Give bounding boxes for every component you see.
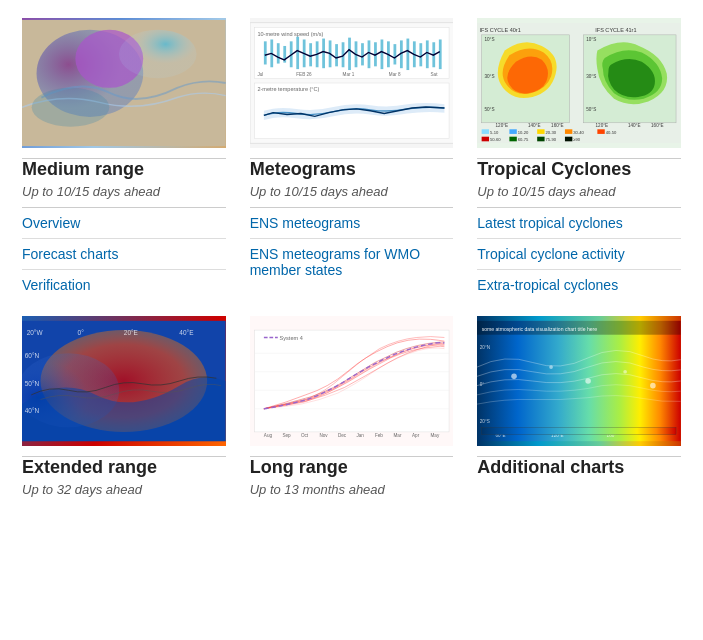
- svg-rect-15: [309, 43, 312, 66]
- link-latest-tropical-cyclones[interactable]: Latest tropical cyclones: [477, 208, 681, 239]
- svg-rect-76: [565, 137, 572, 142]
- svg-text:50°S: 50°S: [485, 107, 495, 112]
- svg-text:140°E: 140°E: [528, 123, 541, 128]
- svg-text:May: May: [430, 433, 439, 438]
- svg-rect-32: [419, 43, 422, 66]
- meteograms-svg: 10-metre wind speed (m/s): [250, 18, 454, 148]
- medium-range-svg: [22, 18, 226, 148]
- image-long-range: System 4 Aug Sep Oct: [250, 316, 454, 446]
- svg-rect-72: [510, 137, 517, 142]
- svg-rect-30: [406, 39, 409, 70]
- svg-text:20°S: 20°S: [480, 419, 490, 424]
- svg-text:30°S: 30°S: [485, 74, 495, 79]
- svg-rect-26: [380, 39, 383, 69]
- additional-svg: some atmospheric data visualization char…: [477, 316, 681, 446]
- card-title-extended-range: Extended range: [22, 457, 226, 478]
- svg-rect-66: [565, 129, 572, 134]
- svg-rect-8: [264, 41, 267, 64]
- svg-text:System 4: System 4: [279, 335, 302, 341]
- svg-text:Sep: Sep: [282, 433, 291, 438]
- link-ens-meteograms[interactable]: ENS meteograms: [250, 208, 454, 239]
- svg-text:40°E: 40°E: [179, 329, 194, 336]
- card-title-long-range: Long range: [250, 457, 454, 478]
- svg-text:IFS CYCLE 40r1: IFS CYCLE 40r1: [480, 27, 521, 33]
- svg-text:20-30: 20-30: [546, 130, 557, 135]
- svg-text:30°S: 30°S: [587, 74, 597, 79]
- card-subtitle-extended-range: Up to 32 days ahead: [22, 482, 226, 497]
- main-grid: Medium range Up to 10/15 days ahead Over…: [0, 0, 703, 523]
- svg-text:2-metre temperature (°C): 2-metre temperature (°C): [257, 86, 319, 92]
- svg-rect-23: [361, 43, 364, 65]
- svg-text:10-metre wind speed (m/s): 10-metre wind speed (m/s): [257, 31, 323, 37]
- svg-text:160°E: 160°E: [551, 123, 564, 128]
- link-ens-meteograms-wmo[interactable]: ENS meteograms for WMO member states: [250, 239, 454, 285]
- svg-text:some atmospheric data visualiz: some atmospheric data visualization char…: [482, 326, 598, 332]
- card-subtitle-long-range: Up to 13 months ahead: [250, 482, 454, 497]
- svg-text:0°: 0°: [78, 329, 85, 336]
- svg-text:10°S: 10°S: [485, 37, 495, 42]
- svg-rect-17: [322, 39, 325, 69]
- svg-text:Sat: Sat: [430, 72, 438, 77]
- svg-point-111: [586, 378, 592, 384]
- svg-text:120°E: 120°E: [496, 123, 509, 128]
- svg-text:Mar 8: Mar 8: [389, 72, 401, 77]
- image-tropical-cyclones: IFS CYCLE 40r1 IFS CYCLE 41r1 10°S 30°S …: [477, 18, 681, 148]
- link-forecast-charts[interactable]: Forecast charts: [22, 239, 226, 270]
- card-extended-range: 20°W 0° 20°E 40°E 60°N 50°N 40°N Extende…: [10, 308, 238, 513]
- svg-rect-33: [426, 40, 429, 68]
- svg-text:75-90: 75-90: [546, 137, 557, 142]
- svg-point-113: [650, 383, 656, 389]
- svg-text:Feb: Feb: [375, 433, 383, 438]
- svg-text:Aug: Aug: [264, 433, 273, 438]
- svg-text:5-10: 5-10: [490, 130, 499, 135]
- svg-text:40-50: 40-50: [606, 130, 617, 135]
- svg-point-3: [119, 30, 197, 78]
- link-extra-tropical-cyclones[interactable]: Extra-tropical cyclones: [477, 270, 681, 300]
- svg-text:20°N: 20°N: [480, 345, 490, 350]
- link-tropical-cyclone-activity[interactable]: Tropical cyclone activity: [477, 239, 681, 270]
- card-subtitle-meteograms: Up to 10/15 days ahead: [250, 184, 454, 199]
- svg-text:30-40: 30-40: [574, 130, 585, 135]
- svg-rect-70: [482, 137, 489, 142]
- long-range-svg: System 4 Aug Sep Oct: [250, 316, 454, 446]
- extended-svg: 20°W 0° 20°E 40°E 60°N 50°N 40°N: [22, 316, 226, 446]
- card-tropical-cyclones: IFS CYCLE 40r1 IFS CYCLE 41r1 10°S 30°S …: [465, 10, 693, 308]
- svg-rect-35: [439, 39, 442, 69]
- svg-text:10°S: 10°S: [587, 37, 597, 42]
- card-meteograms: 10-metre wind speed (m/s): [238, 10, 466, 308]
- svg-text:Dec: Dec: [338, 433, 347, 438]
- svg-text:Nov: Nov: [319, 433, 328, 438]
- svg-point-112: [624, 370, 628, 374]
- svg-text:40°N: 40°N: [25, 407, 40, 414]
- svg-rect-68: [598, 129, 605, 134]
- svg-text:60°N: 60°N: [25, 352, 40, 359]
- card-subtitle-medium-range: Up to 10/15 days ahead: [22, 184, 226, 199]
- svg-text:Mar: Mar: [393, 433, 401, 438]
- svg-text:20°E: 20°E: [124, 329, 139, 336]
- link-overview[interactable]: Overview: [22, 208, 226, 239]
- svg-rect-74: [538, 137, 545, 142]
- svg-rect-10: [277, 43, 280, 63]
- svg-text:50-60: 50-60: [490, 137, 501, 142]
- svg-text:≥90: ≥90: [574, 137, 582, 142]
- image-medium-range: [22, 18, 226, 148]
- svg-text:160°E: 160°E: [651, 123, 664, 128]
- svg-text:Jan: Jan: [356, 433, 364, 438]
- svg-text:10-20: 10-20: [518, 130, 529, 135]
- svg-rect-13: [296, 37, 299, 69]
- svg-text:50°S: 50°S: [587, 107, 597, 112]
- link-verification[interactable]: Verification: [22, 270, 226, 300]
- tropical-svg: IFS CYCLE 40r1 IFS CYCLE 41r1 10°S 30°S …: [477, 18, 681, 148]
- svg-text:Mar 1: Mar 1: [342, 72, 354, 77]
- card-title-additional-charts: Additional charts: [477, 457, 681, 478]
- svg-text:Oct: Oct: [301, 433, 309, 438]
- svg-rect-106: [477, 321, 681, 441]
- image-meteograms: 10-metre wind speed (m/s): [250, 18, 454, 148]
- svg-rect-19: [335, 44, 338, 66]
- svg-point-4: [32, 88, 110, 127]
- svg-text:Apr: Apr: [412, 433, 420, 438]
- svg-rect-64: [538, 129, 545, 134]
- card-title-meteograms: Meteograms: [250, 159, 454, 180]
- svg-rect-21: [348, 38, 351, 70]
- svg-point-109: [512, 374, 518, 380]
